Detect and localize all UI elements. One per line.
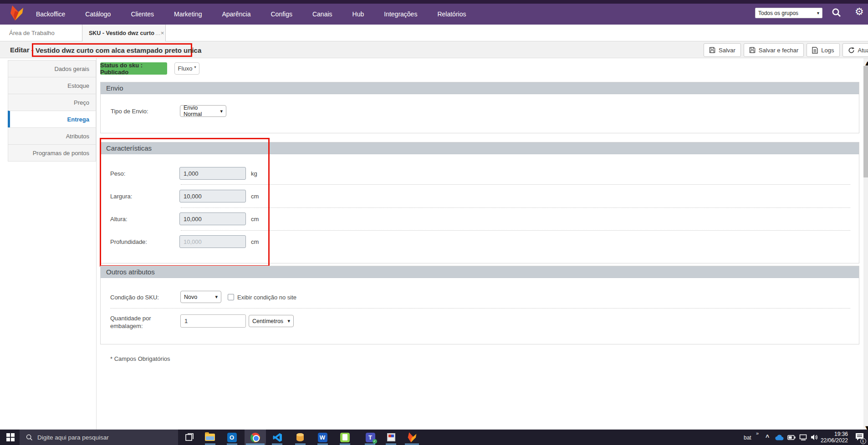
tray-logo [408, 432, 417, 443]
battery-icon[interactable] [785, 430, 798, 445]
tab-sku-ellipsis: … [155, 30, 161, 36]
taskbar-search[interactable]: Digite aqui para pesquisar [20, 430, 178, 445]
fluxo-button[interactable]: Fluxo ▾ [174, 62, 199, 75]
running-indicator [365, 444, 375, 445]
close-icon[interactable]: × [161, 30, 164, 36]
row-separator [181, 207, 850, 208]
refresh-button[interactable]: Atualizar [842, 43, 868, 57]
sidebar-item-preco[interactable]: Preço [8, 94, 96, 111]
chevron-down-icon: ▾ [817, 10, 819, 15]
section-outros-atributos: Outros atributos [100, 266, 859, 344]
required-fields-note: * Campos Obrigatórios [110, 355, 170, 362]
action-buttons: Salvar Salvar e fechar Logs Atualizar [704, 43, 868, 57]
taskbar-clock[interactable]: 19:36 22/06/2022 [819, 431, 848, 444]
caracteristicas-highlight-box [100, 138, 270, 267]
window-top-strip [0, 0, 868, 4]
menu-canais[interactable]: Canais [312, 10, 332, 18]
clock-time: 19:36 [819, 431, 848, 437]
sidebar-item-programas-de-pontos[interactable]: Programas de pontos [8, 144, 96, 162]
sidebar-item-dados-gerais[interactable]: Dados gerais [8, 60, 96, 77]
gear-icon[interactable]: ⚙ [855, 6, 864, 17]
save-and-close-button[interactable]: Salvar e fechar [744, 43, 804, 57]
row-separator [181, 230, 850, 231]
logs-button[interactable]: Logs [807, 43, 839, 57]
row-separator [181, 184, 850, 185]
running-indicator [317, 444, 328, 445]
sidebar-divider [96, 58, 97, 430]
task-view-button[interactable] [181, 430, 198, 445]
tab-sku-active[interactable]: SKU - Vestido dwz curto … × [82, 25, 166, 41]
menu-integracoes[interactable]: Integrações [384, 10, 417, 18]
sidebar-item-estoque[interactable]: Estoque [8, 77, 96, 94]
chrome-icon-active[interactable] [245, 430, 266, 445]
outlook-icon[interactable]: O [221, 430, 242, 445]
start-button[interactable] [3, 430, 18, 445]
action-center-button[interactable]: 1 [853, 430, 866, 445]
condicao-label: Condição do SKU: [110, 294, 159, 301]
notepad-plus-plus-icon[interactable] [334, 430, 355, 445]
refresh-icon [848, 47, 855, 54]
task-view-icon [185, 433, 194, 442]
onedrive-icon[interactable] [773, 430, 786, 445]
clock-date: 22/06/2022 [819, 437, 848, 444]
sidebar-item-entrega[interactable]: Entrega [8, 111, 96, 128]
search-placeholder: Digite aqui para pesquisar [37, 434, 109, 441]
tipo-de-envio-select[interactable]: Envio Normal ▾ [180, 105, 226, 117]
floppy-icon [749, 47, 756, 53]
vscode-icon[interactable] [267, 430, 288, 445]
menu-relatorios[interactable]: Relatórios [437, 10, 466, 18]
ssms-icon[interactable] [290, 430, 311, 445]
speaker-glyph [811, 434, 818, 440]
battery-glyph [787, 435, 796, 440]
network-glyph [799, 434, 807, 440]
chevron-down-icon: ▾ [194, 65, 196, 69]
tab-workspace[interactable]: Área de Trabalho [9, 25, 55, 41]
exibir-condicao-checkbox[interactable] [228, 294, 234, 300]
running-indicator [295, 444, 306, 445]
running-indicator [227, 444, 237, 445]
document-icon [812, 47, 818, 54]
section-outros-header: Outros atributos [101, 266, 859, 278]
menu-backoffice[interactable]: Backoffice [36, 10, 65, 18]
menu-aparencia[interactable]: Aparência [222, 10, 250, 18]
product-name: Vestido dwz curto com alca estampado pre… [36, 46, 201, 54]
quantidade-label: Quantidade por embalagem: [110, 314, 151, 330]
notification-badge: 1 [860, 438, 866, 444]
menu-configs[interactable]: Configs [271, 10, 292, 18]
save-button[interactable]: Salvar [704, 43, 741, 57]
menu-marketing[interactable]: Marketing [174, 10, 202, 18]
sidebar-item-atributos[interactable]: Atributos [8, 127, 96, 145]
running-indicator [386, 444, 396, 445]
condicao-select[interactable]: Novo ▾ [180, 291, 221, 303]
tray-logo[interactable] [10, 5, 24, 21]
file-explorer-icon[interactable] [199, 430, 220, 445]
word-icon[interactable]: W [312, 430, 333, 445]
main-menu: Backoffice Catálogo Clientes Marketing A… [36, 4, 466, 25]
tipo-de-envio-label: Tipo de Envio: [111, 108, 148, 115]
unidade-select[interactable]: Centímetros ▾ [249, 315, 294, 327]
menu-hub[interactable]: Hub [352, 10, 364, 18]
sku-edit-page: Backoffice Catálogo Clientes Marketing A… [0, 0, 868, 445]
status-badge: Status do sku : Publicado [100, 62, 167, 75]
scrollbar-thumb[interactable] [863, 66, 868, 177]
running-indicator [246, 444, 265, 445]
tray-app-icon[interactable] [402, 430, 423, 445]
menu-catalogo[interactable]: Catálogo [85, 10, 111, 18]
teams-icon[interactable]: T✓ [360, 430, 381, 445]
menu-clientes[interactable]: Clientes [131, 10, 154, 18]
tab-sku-label: SKU - Vestido dwz curto [89, 30, 154, 36]
hidden-icons-chevron[interactable]: ^ [766, 434, 769, 441]
cad-cube-icon[interactable] [381, 430, 402, 445]
overflow-chevrons[interactable]: » [756, 430, 759, 436]
running-indicator [205, 444, 215, 445]
floppy-icon [709, 47, 715, 53]
row-separator [110, 308, 850, 308]
quantidade-input[interactable] [180, 314, 246, 328]
search-icon[interactable] [831, 7, 842, 18]
vscode-glyph [273, 433, 282, 442]
running-indicator [340, 444, 350, 445]
chevron-down-icon: ▾ [287, 318, 290, 324]
windows-logo-icon [6, 433, 15, 441]
section-envio-header: Envio [101, 82, 859, 94]
group-select[interactable]: Todos os grupos ▾ [755, 8, 822, 18]
